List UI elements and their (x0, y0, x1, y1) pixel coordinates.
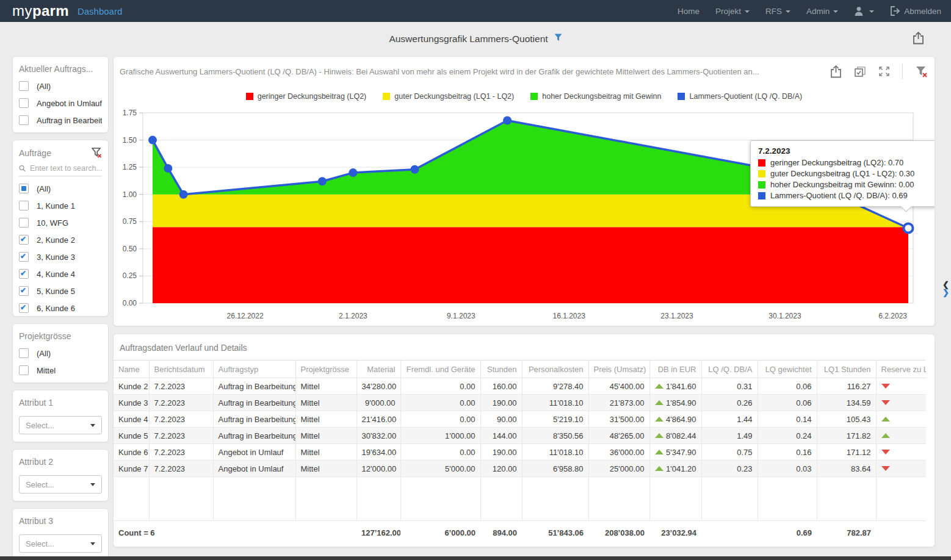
checkbox-unchecked[interactable] (19, 98, 29, 108)
column-header-reserve[interactable]: Reserve zu L (876, 361, 926, 378)
nav-item-admin[interactable]: Admin (806, 7, 838, 16)
auftrag-option-5-kunde-5[interactable]: 5, Kunde 5 (19, 286, 102, 296)
total-reserve (876, 521, 926, 545)
nav-item-home[interactable]: Home (678, 7, 700, 16)
toolbar-divider (902, 63, 903, 79)
column-header-fremdl_geraete[interactable]: Fremdl. und Geräte (400, 361, 480, 378)
column-header-preis_umsatz[interactable]: Preis (Umsatz) (588, 361, 649, 378)
auftrag-option-3-kunde-3[interactable]: 3, Kunde 3 (19, 252, 102, 262)
cell-value: 8'082.44 (664, 431, 696, 440)
status-option-angebot-in-umlauf[interactable]: Angebot in Umlauf (19, 98, 102, 108)
checkbox-checked[interactable] (19, 269, 29, 279)
trend-up-icon (655, 400, 664, 405)
cell-name: Kunde 5 (114, 428, 149, 444)
legend-item[interactable]: Lammers-Quotient (LQ /Q. DB/A) (678, 91, 802, 102)
auftrag-option-1-kunde-1[interactable]: 1, Kunde 1 (19, 201, 102, 210)
tooltip-series-value: Lammers-Quotient (LQ /Q. DB/A): 0.69 (770, 191, 908, 200)
search-input[interactable] (30, 164, 102, 173)
legend-item[interactable]: geringer Deckungsbeitrag (LQ2) (246, 91, 367, 102)
column-header-stunden[interactable]: Stunden (480, 361, 522, 378)
tooltip-swatch (758, 159, 765, 167)
auftrag-option-6-kunde-6[interactable]: 6, Kunde 6 (19, 303, 102, 313)
column-header-projektgroesse[interactable]: Projektgrösse (295, 361, 356, 378)
svg-text:16.1.2023: 16.1.2023 (553, 312, 586, 320)
column-header-lq_gewichtet[interactable]: LQ gewichtet (758, 361, 817, 378)
nav-item-projekt[interactable]: Projekt (715, 7, 750, 16)
checkbox-unchecked[interactable] (19, 218, 29, 228)
cell-stunden: 190.00 (480, 395, 522, 411)
trend-up-icon (655, 433, 664, 438)
checkbox-unchecked[interactable] (19, 365, 29, 375)
column-header-material[interactable]: Material (356, 361, 400, 378)
auftrag-option-2-kunde-2[interactable]: 2, Kunde 2 (19, 235, 102, 245)
logout-button[interactable]: Abmelden (890, 6, 941, 16)
cell-reserve (876, 411, 926, 428)
auftrag-option--all-[interactable]: (All) (19, 184, 102, 193)
trend-up-icon (655, 417, 664, 422)
cell-lq_gewichtet: 0.14 (758, 411, 817, 428)
attribut-3-select[interactable]: Select... (19, 534, 102, 553)
column-header-auftragstyp[interactable]: Auftragstyp (213, 361, 295, 378)
status-option--all-[interactable]: (All) (19, 81, 102, 91)
nav-item-label: RFS (765, 7, 782, 16)
attribut-3-card: Attribut 3 Select... (12, 508, 109, 560)
checkbox-unchecked[interactable] (19, 348, 29, 358)
cell-name: Kunde 2 (114, 378, 149, 395)
cell-projektgroesse: Mittel (295, 428, 356, 444)
checkbox-checked[interactable] (19, 235, 29, 245)
auftrag-option-4-kunde-4[interactable]: 4, Kunde 4 (19, 269, 102, 279)
cell-personalkosten: 6'958.80 (522, 461, 588, 477)
export-icon[interactable] (913, 32, 924, 45)
filter-funnel-icon[interactable] (554, 34, 562, 41)
legend-item[interactable]: hoher Deckungsbeitrag mit Gewinn (530, 91, 661, 102)
myparm-logo[interactable]: myparm (12, 2, 69, 20)
cell-auftragstyp: Angebot in Umlauf (213, 461, 295, 477)
column-header-lq1_stunden[interactable]: LQ1 Stunden (817, 361, 876, 378)
cell-reserve (876, 461, 926, 477)
table-row-kunde-6: Kunde 67.2.2023Angebot in UmlaufMittel19… (114, 444, 926, 461)
cell-fremdl_geraete: 5'000.00 (400, 461, 480, 477)
checkbox-checked[interactable] (19, 303, 29, 313)
cell-db_in_eur: 1'841.60 (649, 378, 701, 395)
column-header-personalkosten[interactable]: Personalkosten (522, 361, 588, 378)
checkbox-label: (All) (37, 349, 51, 358)
nav-item-rfs[interactable]: RFS (765, 7, 790, 16)
column-header-lq_q_dba[interactable]: LQ /Q. DB/A (701, 361, 758, 378)
projektgroesse-card: Projektgrösse (All)Mittel (12, 323, 109, 383)
cell-value: 1'041.20 (664, 464, 696, 473)
totals-row: Count = 6127’162.006’000.00894.0051’843.… (114, 521, 926, 545)
auftrag-option-10-wfg[interactable]: 10, WFG (19, 218, 102, 228)
panel-collapse-toggle[interactable]: ❮ ❯ (942, 281, 949, 296)
tooltip-series-value: geringer Deckungsbeitrag (LQ2): 0.70 (770, 158, 903, 167)
cell-berichtsdatum: 7.2.2023 (149, 378, 213, 395)
checkbox-checked[interactable] (19, 252, 29, 262)
page-title-row: Auswertungsgrafik Lammers-Quotient (0, 22, 951, 56)
column-header-name[interactable]: Name (114, 361, 149, 378)
checkbox-checked[interactable] (19, 286, 29, 296)
filter-clear-icon[interactable] (92, 148, 102, 158)
column-header-berichtsdatum[interactable]: Berichtsdatum (149, 361, 213, 378)
column-header-db_in_eur[interactable]: DB in EUR (649, 361, 701, 378)
user-menu[interactable] (854, 6, 874, 16)
checkbox-unchecked[interactable] (19, 81, 29, 91)
export-icon[interactable] (830, 65, 842, 78)
filter-clear-icon[interactable] (915, 65, 927, 77)
attribut-2-select[interactable]: Select... (19, 475, 102, 494)
multi-select-icon[interactable] (854, 66, 866, 77)
logo-parm: parm (32, 2, 69, 20)
status-option-auftrag-in-bearbeitu-[interactable]: Auftrag in Bearbeitu... (19, 115, 102, 125)
nav-item-label: Projekt (715, 7, 741, 16)
cell-stunden: 90.00 (480, 411, 522, 428)
checkbox-indeterminate[interactable] (19, 184, 29, 193)
total-name: Count = 6 (114, 521, 356, 545)
projekt-option-mittel[interactable]: Mittel (19, 365, 102, 375)
cell-material: 12'000.00 (356, 461, 400, 477)
projekt-option--all-[interactable]: (All) (19, 348, 102, 358)
checkbox-unchecked[interactable] (19, 201, 29, 210)
legend-item[interactable]: guter Deckungsbeitrag (LQ1 - LQ2) (383, 91, 514, 102)
checkbox-unchecked[interactable] (19, 115, 29, 125)
page-title: Auswertungsgrafik Lammers-Quotient (389, 34, 548, 45)
trend-up-icon (881, 433, 890, 438)
fullscreen-icon[interactable] (878, 66, 890, 77)
attribut-1-select[interactable]: Select... (19, 416, 102, 434)
